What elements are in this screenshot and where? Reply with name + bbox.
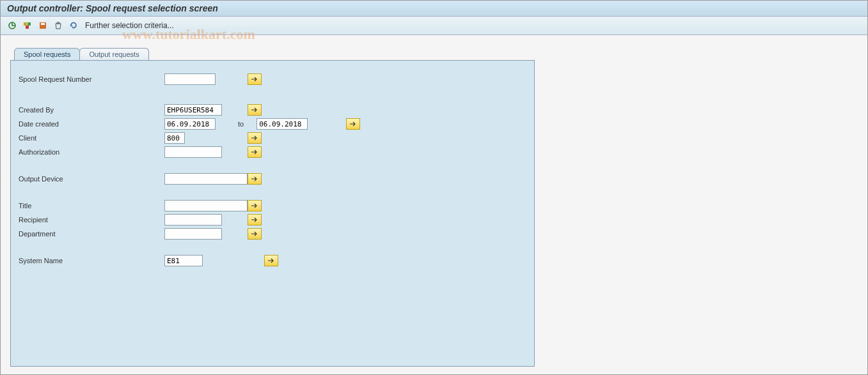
title-field-label: Title	[17, 202, 164, 210]
execute-icon[interactable]	[6, 19, 19, 32]
svg-rect-3	[26, 26, 29, 29]
department-input[interactable]	[164, 228, 222, 240]
multi-select-icon[interactable]	[346, 118, 360, 130]
client-label: Client	[17, 134, 164, 142]
authorization-label: Authorization	[17, 148, 164, 156]
output-device-label: Output Device	[17, 175, 164, 183]
created-by-label: Created By	[17, 106, 164, 114]
further-criteria-label: Further selection criteria...	[85, 21, 174, 30]
delete-icon[interactable]	[52, 19, 65, 32]
multi-select-icon[interactable]	[248, 173, 262, 185]
refresh-icon[interactable]	[67, 19, 80, 32]
system-name-input[interactable]	[164, 255, 203, 266]
title-input[interactable]	[164, 200, 248, 211]
title-bar: Output controller: Spool request selecti…	[1, 1, 867, 17]
page-title: Output controller: Spool request selecti…	[7, 3, 218, 13]
multi-select-icon[interactable]	[264, 255, 278, 266]
multi-select-icon[interactable]	[248, 73, 262, 85]
multi-select-icon[interactable]	[248, 146, 262, 158]
tab-label: Spool requests	[24, 50, 70, 58]
system-name-label: System Name	[17, 257, 164, 264]
date-to-input[interactable]	[256, 118, 308, 130]
date-created-label: Date created	[17, 120, 164, 128]
to-label: to	[238, 120, 244, 128]
spool-request-number-input[interactable]	[164, 73, 216, 85]
content-area: Spool requests Output requests Spool Req…	[1, 35, 867, 375]
svg-rect-5	[41, 23, 45, 25]
date-from-input[interactable]	[164, 118, 216, 130]
svg-rect-1	[24, 22, 27, 26]
created-by-input[interactable]	[164, 104, 222, 116]
save-icon[interactable]	[36, 19, 49, 32]
tabs: Spool requests Output requests	[14, 48, 858, 60]
multi-select-icon[interactable]	[248, 104, 262, 116]
multi-select-icon[interactable]	[248, 214, 262, 226]
output-device-input[interactable]	[164, 173, 248, 185]
authorization-input[interactable]	[164, 146, 222, 158]
department-label: Department	[17, 230, 164, 238]
tab-label: Output requests	[89, 50, 139, 58]
toolbar: Further selection criteria...	[1, 17, 867, 35]
svg-rect-2	[28, 22, 31, 26]
recipient-input[interactable]	[164, 214, 222, 226]
tab-output-requests[interactable]: Output requests	[79, 48, 148, 60]
multi-select-icon[interactable]	[248, 200, 262, 211]
further-criteria-button[interactable]: Further selection criteria...	[85, 21, 174, 30]
selection-panel: Spool Request Number Created By Date cre…	[10, 60, 535, 367]
tab-spool-requests[interactable]: Spool requests	[14, 48, 80, 60]
multi-select-icon[interactable]	[248, 132, 262, 144]
recipient-label: Recipient	[17, 216, 164, 224]
multi-select-icon[interactable]	[248, 228, 262, 240]
client-input[interactable]	[164, 132, 185, 144]
spool-request-number-label: Spool Request Number	[17, 75, 164, 83]
variant-icon[interactable]	[21, 19, 34, 32]
